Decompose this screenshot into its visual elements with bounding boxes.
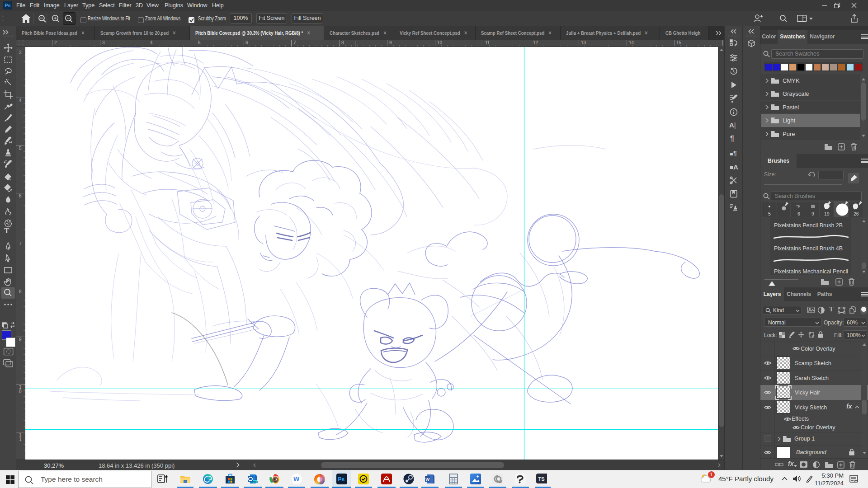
svg-text:A: A bbox=[733, 163, 738, 171]
svg-text:Ps: Ps bbox=[338, 476, 345, 483]
svg-text:9: 9 bbox=[811, 211, 814, 216]
svg-text:W: W bbox=[425, 477, 429, 482]
svg-text:6: 6 bbox=[797, 211, 800, 216]
svg-text:TS: TS bbox=[538, 476, 545, 482]
svg-text:26: 26 bbox=[854, 211, 859, 216]
svg-text:NEW: NEW bbox=[253, 480, 258, 483]
svg-text:¶: ¶ bbox=[733, 150, 737, 157]
svg-text:W: W bbox=[293, 475, 300, 483]
svg-text:19: 19 bbox=[824, 211, 830, 216]
svg-text:5: 5 bbox=[768, 211, 771, 216]
